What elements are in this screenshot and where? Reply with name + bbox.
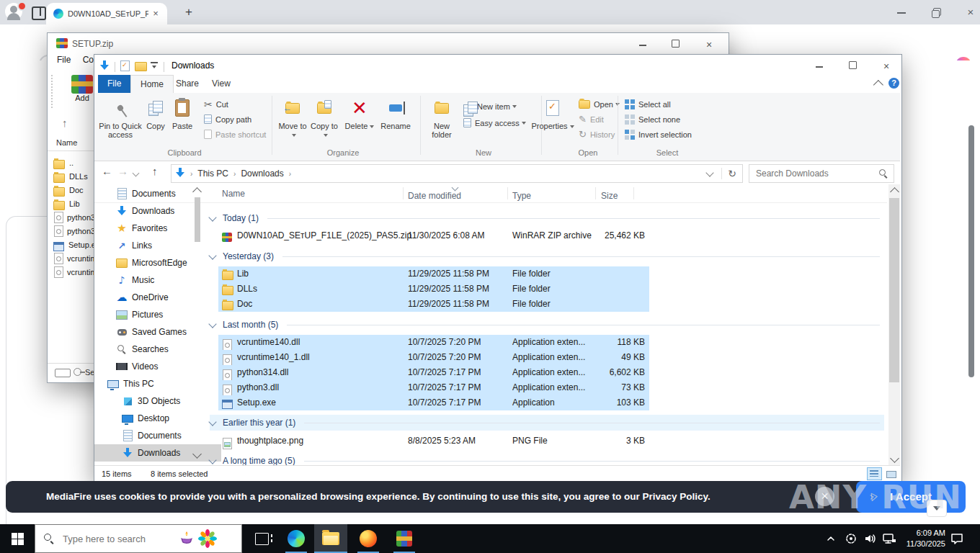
taskbar-winrar[interactable] <box>388 524 421 553</box>
tab-file[interactable]: File <box>98 75 130 93</box>
winrar-name-column-header[interactable]: Name <box>56 138 77 147</box>
winrar-close-button[interactable]: × <box>701 39 717 50</box>
explorer-minimize-button[interactable] <box>811 60 827 72</box>
sidebar-item-saved-games[interactable]: Saved Games <box>94 323 215 341</box>
sidebar-item-searches[interactable]: Searches <box>94 341 215 358</box>
nav-up-button[interactable]: ↑ <box>152 165 158 177</box>
task-view-button[interactable] <box>245 524 278 553</box>
network-icon[interactable] <box>882 524 896 553</box>
file-row-dlls[interactable]: DLLs11/29/2025 11:58 PMFile folder <box>218 282 649 297</box>
browser-restore-button[interactable] <box>930 6 943 19</box>
new-folder-button[interactable]: New folder <box>424 96 459 139</box>
qat-properties-icon[interactable] <box>120 60 130 71</box>
new-tab-button[interactable]: + <box>182 5 196 19</box>
nav-forward-button[interactable]: → <box>117 165 128 177</box>
rename-button[interactable]: Rename <box>377 96 414 130</box>
nav-history-chevron-icon[interactable] <box>133 170 140 177</box>
breadcrumb-bar[interactable]: › This PC › Downloads › ↻ <box>171 164 743 183</box>
winrar-menu-file[interactable]: File <box>57 55 71 65</box>
sidebar-item-videos[interactable]: Videos <box>94 358 215 375</box>
qat-customize-icon[interactable] <box>151 62 158 69</box>
invert-selection-button[interactable]: Invert selection <box>625 127 692 141</box>
accept-cookies-button[interactable]: I Accept <box>856 481 966 513</box>
search-box[interactable] <box>749 164 894 183</box>
copy-to-button[interactable]: Copy to <box>308 96 341 139</box>
breadcrumb-downloads[interactable]: Downloads <box>241 168 283 179</box>
volume-icon[interactable] <box>863 524 876 553</box>
file-list-scrollbar[interactable] <box>888 184 900 465</box>
file-row-vcruntime140-1[interactable]: vcruntime140_1.dll10/7/2025 7:20 PMAppli… <box>218 350 649 365</box>
file-row-setup-exe[interactable]: Setup.exe10/7/2025 7:17 PMApplication103… <box>218 395 649 410</box>
taskbar-file-explorer[interactable] <box>314 524 347 553</box>
refresh-icon[interactable]: ↻ <box>721 168 736 179</box>
file-row-zip[interactable]: D0WN10AD_SEᴛUP_F1LE_(2025)_PAS5.zip11/30… <box>218 228 649 243</box>
file-row-lib[interactable]: Lib11/29/2025 11:58 PMFile folder <box>218 266 649 282</box>
scrollbar-thumb[interactable] <box>889 198 899 382</box>
file-row-doc[interactable]: Doc11/29/2025 11:58 PMFile folder <box>218 297 649 312</box>
explorer-close-button[interactable]: × <box>878 60 894 72</box>
history-button[interactable]: ↻ History <box>579 127 615 141</box>
group-header-today[interactable]: Today (1) <box>210 210 884 226</box>
file-row-vcruntime140[interactable]: vcruntime140.dll10/7/2025 7:20 PMApplica… <box>218 335 649 350</box>
paste-button[interactable]: Paste <box>166 96 198 130</box>
tab-search-icon[interactable] <box>32 6 46 20</box>
sidebar-item-pictures[interactable]: Pictures <box>94 306 215 323</box>
group-header-last-month[interactable]: Last month (5) <box>210 317 884 333</box>
ribbon-collapse-icon[interactable] <box>873 80 883 90</box>
taskbar-edge[interactable] <box>280 524 313 553</box>
scroll-up-icon[interactable] <box>890 187 899 197</box>
search-input[interactable] <box>754 168 873 179</box>
banner-close-button[interactable]: ✕ <box>815 487 834 506</box>
select-none-button[interactable]: Select none <box>625 112 680 126</box>
page-scrollbar-thumb[interactable] <box>968 125 974 377</box>
large-icons-view-button[interactable] <box>883 467 899 480</box>
file-row-python3[interactable]: python3.dll10/7/2025 7:17 PMApplication … <box>218 380 649 395</box>
taskbar-firefox[interactable] <box>352 524 385 553</box>
file-row-thoughtplace[interactable]: thoughtplace.png8/8/2025 5:23 AMPNG File… <box>218 433 649 449</box>
qat-new-folder-icon[interactable] <box>135 62 147 71</box>
taskbar-clock[interactable]: 6:09 AM 11/30/2025 <box>895 528 945 549</box>
move-to-button[interactable]: ← Move to <box>276 96 309 139</box>
browser-tab[interactable]: D0WN10AD_SEᴛUP_F1LE_(2025)_PAS5.zip × <box>46 3 167 24</box>
tab-view[interactable]: View <box>202 75 240 93</box>
address-dropdown-icon[interactable] <box>706 168 714 176</box>
column-date-modified[interactable]: Date modified <box>408 191 461 201</box>
group-header-earlier-this-year[interactable]: Earlier this year (1) <box>210 415 884 431</box>
winrar-up-folder-button[interactable]: ↑ <box>62 117 68 129</box>
action-center-icon[interactable] <box>950 524 964 553</box>
nav-back-button[interactable]: ← <box>102 165 112 177</box>
winrar-add-button[interactable]: Add <box>68 75 97 102</box>
winrar-minimize-button[interactable] <box>635 39 651 50</box>
scroll-down-icon[interactable] <box>890 454 899 463</box>
sidebar-item-desktop[interactable]: Desktop <box>94 410 221 427</box>
new-item-button[interactable]: New item <box>463 99 517 113</box>
breadcrumb-this-pc[interactable]: This PC <box>197 168 228 179</box>
easy-access-button[interactable]: Easy access <box>463 116 526 130</box>
taskbar-search-box[interactable] <box>35 524 242 553</box>
taskbar-search-input[interactable] <box>61 533 179 545</box>
sidebar-item-downloads-selected[interactable]: Downloads <box>94 444 221 462</box>
tab-close-icon[interactable]: × <box>150 8 161 19</box>
winrar-maximize-button[interactable] <box>667 39 683 50</box>
sidebar-item-microsoftedge[interactable]: MicrosoftEdge <box>94 254 215 271</box>
column-name[interactable]: Name <box>222 189 245 199</box>
sidebar-item-onedrive[interactable]: ☁OneDrive <box>94 289 215 306</box>
help-icon[interactable]: ? <box>888 78 899 89</box>
column-type[interactable]: Type <box>512 191 531 201</box>
scroll-down-button[interactable] <box>927 500 947 517</box>
copy-path-button[interactable]: Copy path <box>204 112 251 126</box>
open-button[interactable]: Open <box>579 97 620 111</box>
group-header-yesterday[interactable]: Yesterday (3) <box>210 248 884 264</box>
screen-record-icon[interactable] <box>845 524 858 553</box>
details-view-button[interactable] <box>867 467 882 480</box>
sidebar-item-music[interactable]: ♪Music <box>94 271 215 289</box>
column-size[interactable]: Size <box>601 191 618 201</box>
file-row-python314[interactable]: python314.dll10/7/2025 7:17 PMApplicatio… <box>218 365 649 380</box>
edit-button[interactable]: ✎ Edit <box>579 112 604 126</box>
delete-button[interactable]: ✕ Delete <box>342 96 377 130</box>
explorer-maximize-button[interactable] <box>845 60 860 72</box>
browser-close-button[interactable]: × <box>964 6 977 19</box>
select-all-button[interactable]: Select all <box>625 97 671 111</box>
pin-to-quick-access-button[interactable]: Pin to Quick access <box>99 96 142 139</box>
cut-button[interactable]: ✂ Cut <box>204 97 228 111</box>
